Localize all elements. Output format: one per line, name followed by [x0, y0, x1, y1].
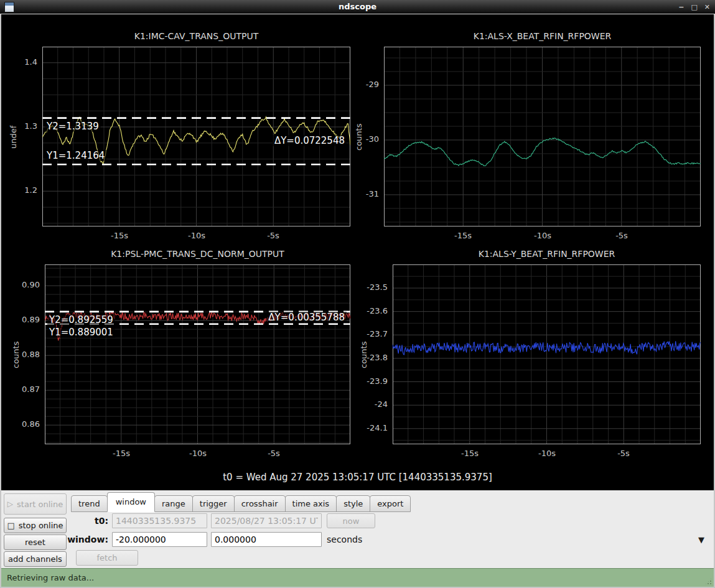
resize-grip-icon[interactable]	[704, 577, 713, 586]
seconds-label: seconds	[327, 532, 362, 547]
y-tick-label: -23.9	[350, 376, 388, 386]
x-tick-label: -15s	[445, 449, 495, 458]
start-online-button: ▷ start online	[4, 493, 67, 515]
status-bar: Retrieving raw data...	[1, 568, 714, 587]
x-tick-label: -10s	[522, 449, 572, 458]
tab-time-axis[interactable]: time axis	[285, 495, 337, 512]
status-text: Retrieving raw data...	[7, 569, 94, 587]
plot-title-tl: K1:IMC-CAV_TRANS_OUTPUT	[42, 31, 350, 41]
window-label: window:	[48, 532, 108, 547]
t0-gps-input	[112, 513, 207, 528]
x-tick-label: -10s	[173, 449, 223, 458]
cursor-dy-label: ΔY=0.00355788	[266, 312, 347, 323]
app-window: ndscope − □ ✕ t0 = Wed Aug 27 2025 13:05…	[0, 0, 715, 588]
add-channels-button[interactable]: add channels	[4, 551, 67, 567]
window-stop-input[interactable]	[211, 532, 322, 547]
plot-canvas-br[interactable]	[393, 264, 701, 444]
t0-label: t0:	[60, 513, 108, 528]
x-tick-label: -15s	[95, 231, 144, 240]
window-title: ndscope	[0, 0, 715, 14]
tab-crosshair[interactable]: crosshair	[234, 495, 286, 512]
fetch-button: fetch	[76, 550, 138, 566]
y-tick-label: 1.3	[1, 121, 37, 131]
y-tick-label: -29	[342, 80, 379, 89]
titlebar[interactable]: ndscope − □ ✕	[0, 0, 715, 14]
y-tick-label: -24	[350, 399, 388, 409]
x-tick-label: -5s	[597, 231, 647, 240]
cursor-y1-label: Y1=1.24164	[45, 150, 106, 161]
x-tick-label: -10s	[518, 231, 568, 240]
y-tick-label: 0.90	[2, 280, 40, 289]
y-tick-label: 0.87	[2, 385, 40, 394]
maximize-icon[interactable]: □	[691, 3, 697, 11]
plot-region: t0 = Wed Aug 27 2025 13:05:17 UTC [14403…	[1, 14, 714, 490]
tab-trigger[interactable]: trigger	[192, 495, 235, 512]
plot-canvas-tr[interactable]	[384, 47, 701, 226]
cursor-y2-label: Y2=0.892559	[47, 314, 115, 325]
t0-utc-input	[211, 513, 322, 528]
y-tick-label: -24.1	[350, 423, 388, 432]
window-buttons: − □ ✕	[678, 0, 710, 14]
window-frame: t0 = Wed Aug 27 2025 13:05:17 UTC [14403…	[0, 14, 715, 588]
minimize-icon[interactable]: −	[678, 3, 684, 11]
tab-trend[interactable]: trend	[71, 495, 108, 512]
expand-arrow-icon[interactable]: ▼	[698, 535, 704, 544]
t0-caption: t0 = Wed Aug 27 2025 13:05:17 UTC [14403…	[1, 472, 714, 483]
x-tick-label: -15s	[96, 449, 146, 458]
plot-title-br: K1:ALS-Y_BEAT_RFIN_RFPOWER	[393, 249, 701, 259]
start-online-label: start online	[17, 500, 63, 509]
y-tick-label: -23.5	[350, 282, 388, 292]
y-tick-label: -23.8	[350, 353, 388, 362]
plot-title-tr: K1:ALS-X_BEAT_RFIN_RFPOWER	[384, 31, 701, 41]
close-icon[interactable]: ✕	[704, 3, 710, 11]
y-tick-label: -23.7	[350, 329, 388, 338]
tab-bar: trendwindowrangetriggercrosshairtime axi…	[72, 493, 411, 512]
stop-online-label: stop online	[19, 521, 63, 530]
x-tick-label: -10s	[172, 231, 222, 240]
control-panel: ▷ start online trendwindowrangetriggercr…	[1, 490, 714, 568]
x-tick-label: -5s	[599, 449, 648, 458]
tab-range[interactable]: range	[154, 495, 193, 512]
y-tick-label: -31	[342, 189, 379, 198]
cursor-y1-label: Y1=0.889001	[47, 327, 115, 338]
stop-icon: □	[7, 521, 14, 530]
y-axis-label-tl: undef	[9, 106, 18, 168]
tab-style[interactable]: style	[336, 495, 370, 512]
y-tick-label: 1.4	[1, 57, 37, 67]
tab-window[interactable]: window	[107, 492, 155, 512]
cursor-y2-label: Y2=1.3139	[45, 121, 101, 132]
y-tick-label: -23.6	[350, 306, 388, 315]
plot-title-bl: K1:PSL-PMC_TRANS_DC_NORM_OUTPUT	[45, 249, 350, 259]
window-start-input[interactable]	[112, 532, 207, 547]
plot-canvas-bl[interactable]	[45, 264, 350, 444]
y-tick-label: 1.2	[1, 185, 37, 195]
play-icon: ▷	[7, 500, 13, 508]
now-button: now	[327, 513, 375, 528]
x-tick-label: -5s	[248, 231, 298, 240]
x-tick-label: -15s	[438, 231, 488, 240]
app-icon	[4, 2, 14, 12]
y-tick-label: 0.86	[2, 419, 40, 429]
y-tick-label: 0.89	[2, 315, 40, 324]
stop-online-button[interactable]: □ stop online	[4, 518, 67, 533]
cursor-dy-label: ΔY=0.0722548	[273, 135, 347, 146]
x-tick-label: -5s	[249, 449, 299, 458]
tab-export[interactable]: export	[370, 495, 411, 512]
y-tick-label: 0.88	[2, 350, 40, 359]
y-tick-label: -30	[342, 134, 379, 144]
